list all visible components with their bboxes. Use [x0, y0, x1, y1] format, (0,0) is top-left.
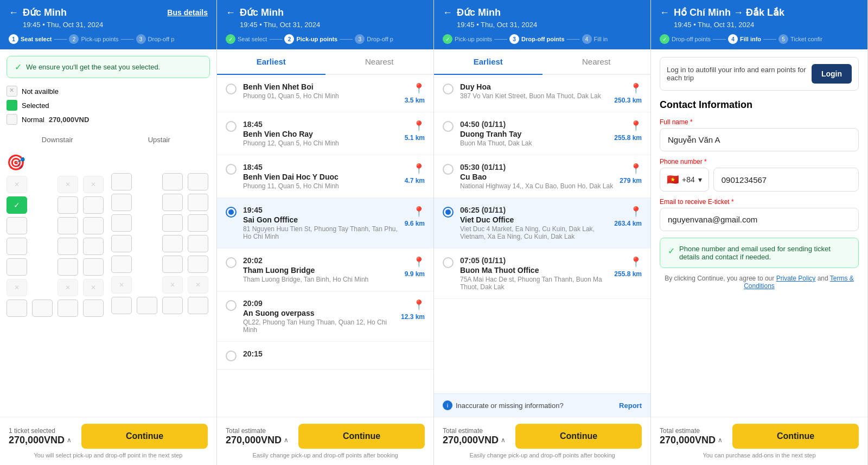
- seat-d25[interactable]: [7, 300, 27, 317]
- seat-u16[interactable]: [188, 235, 208, 252]
- seat-u4[interactable]: [188, 173, 208, 190]
- seat-d20[interactable]: [83, 258, 104, 276]
- seat-u8[interactable]: [188, 194, 208, 211]
- seat-d13[interactable]: [7, 238, 27, 255]
- tab-nearest-drop[interactable]: Nearest: [542, 49, 651, 75]
- p3-continue-button[interactable]: Continue: [515, 424, 642, 449]
- seat-u3[interactable]: [162, 173, 183, 190]
- stop-radio[interactable]: [226, 300, 237, 311]
- seat-d24[interactable]: [83, 279, 104, 296]
- stop-radio[interactable]: [226, 164, 237, 175]
- seat-u5[interactable]: [111, 194, 132, 211]
- seat-d26[interactable]: [32, 300, 53, 317]
- back-arrow-icon4[interactable]: ←: [660, 7, 669, 18]
- stop-radio[interactable]: [226, 121, 237, 132]
- seat-u21[interactable]: [111, 276, 132, 294]
- seat-d1[interactable]: [7, 176, 27, 193]
- stop-radio[interactable]: [443, 121, 454, 132]
- stop-item[interactable]: 20:09 An Suong overpass QL22, Phuong Tan…: [217, 291, 433, 342]
- seat-u10-empty: [137, 214, 157, 232]
- stop-item[interactable]: 05:30 (01/11) Cu Bao National Highway 14…: [434, 155, 650, 198]
- stop-item[interactable]: 18:45 Benh Vien Dai Hoc Y Duoc Phuong 11…: [217, 155, 433, 198]
- stop-radio[interactable]: [443, 257, 454, 268]
- upstair-tab[interactable]: Upstair: [108, 131, 210, 148]
- seat-u26[interactable]: [137, 297, 157, 314]
- seat-d3[interactable]: [58, 176, 78, 193]
- phone-input[interactable]: [713, 168, 859, 192]
- seat-u12[interactable]: [188, 214, 208, 232]
- seat-u15[interactable]: [162, 235, 183, 252]
- seat-u1[interactable]: [111, 173, 132, 190]
- bus-details-link[interactable]: Bus details: [167, 8, 208, 17]
- stop-info: 20:15: [243, 349, 425, 359]
- stop-item[interactable]: 20:15: [217, 342, 433, 370]
- stop-radio[interactable]: [443, 164, 454, 175]
- seat-d23[interactable]: [58, 279, 78, 296]
- p2-continue-button[interactable]: Continue: [298, 424, 425, 449]
- stop-radio[interactable]: [226, 257, 237, 268]
- seat-d12[interactable]: [83, 217, 104, 234]
- seat-u17[interactable]: [111, 256, 132, 273]
- tab-earliest[interactable]: Earliest: [217, 49, 326, 75]
- downstair-tab[interactable]: Downstair: [7, 131, 108, 148]
- seat-d9[interactable]: [7, 217, 27, 234]
- stop-radio[interactable]: [226, 351, 237, 361]
- seat-u24[interactable]: [188, 276, 208, 294]
- login-button[interactable]: Login: [812, 64, 852, 84]
- stop-item-selected[interactable]: 19:45 Sai Gon Offfice 81 Nguyen Huu Tien…: [217, 198, 433, 249]
- stop-radio-checked[interactable]: [443, 207, 454, 218]
- stop-item[interactable]: 04:50 (01/11) Duong Tranh Tay Buon Ma Th…: [434, 112, 650, 155]
- seat-d21[interactable]: [7, 279, 27, 296]
- tab-earliest-drop[interactable]: Earliest: [434, 49, 542, 75]
- back-arrow-icon[interactable]: ←: [9, 7, 18, 18]
- stop-item[interactable]: Duy Hoa 387 Vo Van Kiet Street, Buon Ma …: [434, 75, 650, 112]
- report-link[interactable]: Report: [619, 402, 642, 410]
- downstair-grid: [7, 176, 106, 317]
- stop-item[interactable]: 20:02 Tham Luong Bridge Tham Luong Bridg…: [217, 249, 433, 291]
- seat-d19[interactable]: [58, 258, 78, 276]
- continue-button[interactable]: Continue: [81, 424, 208, 449]
- seat-u27[interactable]: [162, 297, 183, 314]
- step-2: 2 Pick-up points: [69, 34, 118, 44]
- p3-step1-num: ✓: [443, 34, 452, 44]
- p3-price-arrow-icon: ∧: [501, 436, 506, 444]
- seat-u11[interactable]: [162, 214, 183, 232]
- stop-item[interactable]: 18:45 Benh Vien Cho Ray Phuong 12, Quan …: [217, 112, 433, 155]
- stop-radio[interactable]: [443, 84, 454, 94]
- seat-u7[interactable]: [162, 194, 183, 211]
- seat-d16[interactable]: [83, 238, 104, 255]
- seat-u20[interactable]: [188, 256, 208, 273]
- seat-d5-selected[interactable]: [7, 196, 27, 214]
- panel4-footer: Total estimate 270,000VND ∧ Continue You…: [651, 417, 867, 465]
- seat-d15[interactable]: [58, 238, 78, 255]
- tab-nearest[interactable]: Nearest: [326, 49, 434, 75]
- stop-item-selected[interactable]: 06:25 (01/11) Viet Duc Office Viet Duc 4…: [434, 198, 650, 249]
- seat-d17[interactable]: [7, 258, 27, 276]
- stop-address: Phuong 01, Quan 5, Ho Chi Minh: [243, 92, 398, 100]
- dist-value: 9.9 km: [405, 270, 425, 278]
- back-arrow-icon3[interactable]: ←: [443, 7, 452, 18]
- seat-u13[interactable]: [111, 235, 132, 252]
- p4-footer-label: Total estimate: [660, 427, 723, 435]
- email-input[interactable]: [660, 208, 859, 231]
- seat-u9[interactable]: [111, 214, 132, 232]
- p4-continue-button[interactable]: Continue: [732, 424, 859, 449]
- seat-u28[interactable]: [188, 297, 208, 314]
- privacy-policy-link[interactable]: Private Policy: [776, 275, 816, 282]
- seat-d8[interactable]: [83, 196, 104, 214]
- stop-radio[interactable]: [226, 84, 237, 94]
- country-code-select[interactable]: 🇻🇳 +84 ▾: [660, 168, 709, 192]
- seat-d11[interactable]: [58, 217, 78, 234]
- seat-d7[interactable]: [58, 196, 78, 214]
- seat-u19[interactable]: [162, 256, 183, 273]
- seat-u23[interactable]: [162, 276, 183, 294]
- stop-radio-checked[interactable]: [226, 207, 237, 218]
- seat-d28[interactable]: [83, 300, 104, 317]
- seat-d27[interactable]: [58, 300, 78, 317]
- seat-d4[interactable]: [83, 176, 104, 193]
- stop-item[interactable]: 07:05 (01/11) Buon Ma Thuot Office 75A M…: [434, 249, 650, 299]
- full-name-input[interactable]: [660, 128, 859, 151]
- seat-u25[interactable]: [111, 297, 132, 314]
- back-arrow-icon2[interactable]: ←: [226, 7, 235, 18]
- stop-item[interactable]: Benh Vien Nhet Boi Phuong 01, Quan 5, Ho…: [217, 75, 433, 112]
